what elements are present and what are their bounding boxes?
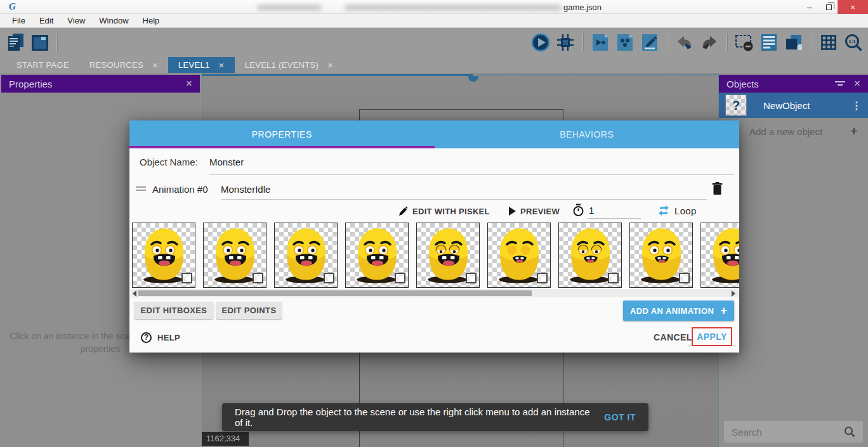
- close-window-button[interactable]: ×: [838, 0, 868, 14]
- scene-window-border-dotted: [477, 74, 717, 75]
- filter-icon[interactable]: [835, 81, 845, 87]
- frame-checkbox[interactable]: [181, 273, 192, 283]
- delete-instances-icon[interactable]: [735, 33, 754, 52]
- scroll-right-icon[interactable]: [732, 290, 735, 297]
- toolbar-separator: [582, 34, 583, 51]
- loop-toggle[interactable]: Loop: [657, 204, 697, 217]
- close-icon[interactable]: ×: [219, 60, 225, 70]
- edit-points-button[interactable]: EDIT POINTS: [216, 302, 282, 319]
- add-multiple-objects-icon[interactable]: [615, 33, 635, 52]
- maximize-button[interactable]: [820, 0, 838, 14]
- add-object-label: Add a new object: [749, 126, 850, 137]
- tab-label: LEVEL1: [178, 60, 210, 70]
- help-button[interactable]: ? HELP: [141, 330, 180, 344]
- add-object-icon[interactable]: [591, 33, 610, 52]
- frame-checkbox[interactable]: [608, 273, 619, 283]
- edit-with-piskel-button[interactable]: EDIT WITH PISKEL: [398, 204, 490, 218]
- delete-animation-button[interactable]: [712, 182, 723, 198]
- animation-frame[interactable]: [345, 223, 409, 288]
- close-icon[interactable]: ×: [854, 77, 860, 90]
- animation-frame[interactable]: [132, 223, 195, 288]
- project-manager-icon[interactable]: [6, 33, 25, 52]
- editor-tabs: START PAGE RESOURCES× LEVEL1× LEVEL1 (EV…: [0, 57, 868, 73]
- frame-checkbox[interactable]: [324, 273, 334, 283]
- snackbar-message: Drag and Drop the object to the scene or…: [235, 406, 594, 428]
- input-underline: [209, 174, 734, 175]
- frame-checkbox[interactable]: [679, 273, 690, 283]
- dialog-tab-properties[interactable]: PROPERTIES: [129, 120, 435, 148]
- animation-frame[interactable]: [700, 223, 739, 288]
- object-name-label: NewObject: [763, 100, 852, 111]
- animation-frame[interactable]: [416, 223, 480, 288]
- tab-start-page[interactable]: START PAGE: [6, 57, 79, 73]
- preview-animation-button[interactable]: PREVIEW: [509, 204, 560, 218]
- pencil-icon: [398, 206, 408, 216]
- toolbar-separator: [811, 34, 812, 51]
- animation-frame[interactable]: [274, 223, 338, 288]
- close-icon[interactable]: ×: [186, 77, 192, 90]
- dialog-tab-behaviors[interactable]: BEHAVIORS: [435, 120, 740, 148]
- animation-frame[interactable]: [203, 223, 266, 288]
- object-name-input[interactable]: Monster: [209, 157, 244, 167]
- edit-hitboxes-button[interactable]: EDIT HITBOXES: [135, 302, 213, 319]
- edit-with-piskel-label: EDIT WITH PISKEL: [412, 207, 490, 216]
- menu-help[interactable]: Help: [136, 16, 167, 25]
- object-editor-dialog: PROPERTIES BEHAVIORS Object Name: Monste…: [129, 120, 739, 353]
- objects-panel-header: Objects ×: [719, 75, 868, 93]
- layers-list-icon[interactable]: [760, 33, 779, 52]
- menu-window[interactable]: Window: [92, 16, 135, 25]
- input-underline: [221, 199, 707, 200]
- add-new-object-row[interactable]: Add a new object +: [719, 122, 868, 141]
- frame-checkbox[interactable]: [253, 273, 263, 283]
- plus-icon[interactable]: +: [850, 124, 858, 139]
- cancel-button[interactable]: CANCEL: [654, 332, 692, 342]
- debug-icon[interactable]: [556, 33, 575, 52]
- plus-icon: +: [720, 304, 727, 318]
- time-between-frames-value: 1: [589, 205, 595, 216]
- animation-frame[interactable]: [558, 223, 622, 288]
- undo-icon[interactable]: [675, 33, 694, 52]
- svg-text:1:1: 1:1: [849, 39, 856, 44]
- object-search-input[interactable]: Search: [724, 421, 863, 443]
- menu-view[interactable]: View: [60, 16, 92, 25]
- close-icon[interactable]: ×: [327, 60, 333, 70]
- preview-play-icon[interactable]: [531, 33, 550, 52]
- frame-checkbox[interactable]: [537, 273, 548, 283]
- tab-level1[interactable]: LEVEL1×: [168, 57, 235, 73]
- menu-file[interactable]: File: [5, 16, 32, 25]
- properties-panel-header: Properties ×: [1, 75, 200, 93]
- redo-icon[interactable]: [700, 33, 719, 52]
- grid-icon[interactable]: [819, 33, 838, 52]
- scrollbar-thumb[interactable]: [138, 290, 532, 296]
- toolbar-separator: [56, 34, 57, 51]
- timer-icon: [572, 204, 584, 217]
- tab-level1-events[interactable]: LEVEL1 (EVENTS)×: [235, 57, 344, 73]
- edit-scene-properties-icon[interactable]: [640, 33, 659, 52]
- zoom-original-icon[interactable]: 1:1: [844, 33, 863, 52]
- tab-resources[interactable]: RESOURCES×: [79, 57, 168, 73]
- instances-list-icon[interactable]: [784, 33, 803, 52]
- search-icon: [844, 426, 855, 437]
- redacted-title-text: [257, 4, 322, 11]
- menu-edit[interactable]: Edit: [32, 16, 60, 25]
- animation-frame[interactable]: [487, 223, 551, 288]
- close-icon[interactable]: ×: [152, 60, 158, 70]
- window-title: game.json: [563, 3, 602, 12]
- animation-frame[interactable]: [629, 223, 693, 288]
- frame-checkbox[interactable]: [395, 273, 405, 283]
- start-page-icon[interactable]: [30, 33, 49, 52]
- frame-checkbox[interactable]: [466, 273, 477, 283]
- object-list-item-newobject[interactable]: ? NewObject ⋮: [719, 93, 868, 118]
- animation-name-input[interactable]: MonsterIdle: [221, 184, 270, 195]
- apply-button[interactable]: APPLY: [697, 332, 727, 342]
- minimize-button[interactable]: –: [801, 0, 819, 14]
- got-it-button[interactable]: GOT IT: [604, 412, 636, 422]
- add-animation-button[interactable]: ADD AN ANIMATION +: [623, 301, 734, 321]
- input-underline: [588, 218, 641, 219]
- scroll-left-icon[interactable]: [133, 290, 136, 297]
- time-between-frames-field[interactable]: 1: [572, 203, 595, 217]
- object-thumbnail: ?: [725, 94, 747, 116]
- tab-label: RESOURCES: [89, 60, 143, 70]
- object-menu-icon[interactable]: ⋮: [852, 100, 862, 112]
- redacted-title-text: [345, 4, 562, 11]
